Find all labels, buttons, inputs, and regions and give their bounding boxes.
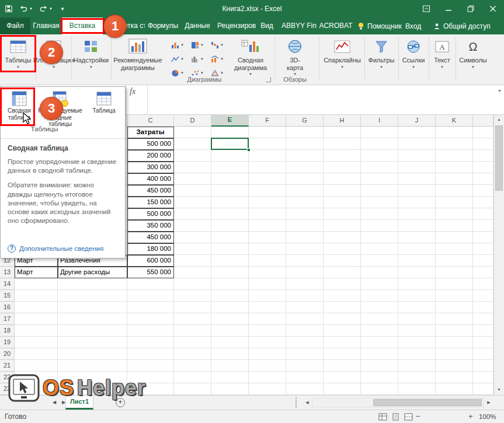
cell-K17[interactable] bbox=[436, 313, 473, 325]
cell-K1[interactable] bbox=[436, 127, 473, 138]
cell-K12[interactable] bbox=[436, 255, 473, 267]
normal-view-button[interactable] bbox=[377, 412, 388, 421]
cell-X19[interactable] bbox=[473, 337, 493, 348]
charts-dialog-launcher[interactable] bbox=[266, 77, 271, 82]
cell-G14[interactable] bbox=[286, 278, 324, 290]
cell-E3[interactable] bbox=[211, 150, 249, 162]
insert-combo-chart-button[interactable]: ▼ bbox=[208, 53, 227, 65]
cell-X18[interactable] bbox=[473, 325, 493, 337]
cell-K6[interactable] bbox=[436, 185, 473, 197]
cell-X10[interactable] bbox=[473, 232, 493, 243]
cell-G22[interactable] bbox=[286, 372, 324, 383]
cell-D2[interactable] bbox=[174, 138, 211, 150]
column-header-F[interactable]: F bbox=[249, 115, 286, 127]
cell-X7[interactable] bbox=[473, 197, 493, 208]
vertical-scrollbar[interactable]: ▲ ▼ bbox=[493, 115, 504, 395]
cell-C17[interactable] bbox=[127, 313, 174, 325]
cell-E20[interactable] bbox=[211, 348, 249, 360]
cell-C1[interactable]: Затраты bbox=[127, 127, 174, 138]
cell-G11[interactable] bbox=[286, 243, 324, 255]
tab-insert[interactable]: Вставка bbox=[62, 18, 103, 34]
cell-D19[interactable] bbox=[174, 337, 211, 348]
cell-B18[interactable] bbox=[58, 325, 127, 337]
cell-F14[interactable] bbox=[249, 278, 286, 290]
cell-H12[interactable] bbox=[324, 255, 361, 267]
cell-G5[interactable] bbox=[286, 173, 324, 185]
cell-E18[interactable] bbox=[211, 325, 249, 337]
cell-J16[interactable] bbox=[398, 302, 436, 313]
cell-C4[interactable]: 300 000 bbox=[127, 162, 174, 173]
cell-H2[interactable] bbox=[324, 138, 361, 150]
cell-C10[interactable]: 450 000 bbox=[127, 232, 174, 243]
cell-F19[interactable] bbox=[249, 337, 286, 348]
cell-H19[interactable] bbox=[324, 337, 361, 348]
cell-H3[interactable] bbox=[324, 150, 361, 162]
sparklines-group-button[interactable]: Спарклайны ▼ bbox=[321, 36, 363, 83]
restore-button[interactable] bbox=[460, 0, 482, 18]
cell-K23[interactable] bbox=[436, 383, 473, 395]
addins-group-button[interactable]: Надстройки ▼ bbox=[72, 36, 110, 83]
cell-F6[interactable] bbox=[249, 185, 286, 197]
cell-F9[interactable] bbox=[249, 220, 286, 232]
cell-I14[interactable] bbox=[361, 278, 398, 290]
cell-G6[interactable] bbox=[286, 185, 324, 197]
cell-F20[interactable] bbox=[249, 348, 286, 360]
cell-K19[interactable] bbox=[436, 337, 473, 348]
cell-K20[interactable] bbox=[436, 348, 473, 360]
cell-J19[interactable] bbox=[398, 337, 436, 348]
tables-group-button[interactable]: Таблицы ▼ bbox=[1, 36, 35, 83]
tab-file[interactable]: Файл bbox=[0, 18, 30, 34]
recommended-charts-button[interactable]: Рекомендуемые диаграммы bbox=[112, 36, 164, 83]
cell-X6[interactable] bbox=[473, 185, 493, 197]
text-group-button[interactable]: A Текст ▼ bbox=[430, 36, 454, 83]
cell-D11[interactable] bbox=[174, 243, 211, 255]
cell-I1[interactable] bbox=[361, 127, 398, 138]
cell-K14[interactable] bbox=[436, 278, 473, 290]
cell-J8[interactable] bbox=[398, 208, 436, 220]
cell-C20[interactable] bbox=[127, 348, 174, 360]
cell-C5[interactable]: 400 000 bbox=[127, 173, 174, 185]
cell-B14[interactable] bbox=[58, 278, 127, 290]
cell-C9[interactable]: 350 000 bbox=[127, 220, 174, 232]
cell-F3[interactable] bbox=[249, 150, 286, 162]
cell-C7[interactable]: 150 000 bbox=[127, 197, 174, 208]
cell-X9[interactable] bbox=[473, 220, 493, 232]
cell-K11[interactable] bbox=[436, 243, 473, 255]
cell-H5[interactable] bbox=[324, 173, 361, 185]
cell-J20[interactable] bbox=[398, 348, 436, 360]
cell-F11[interactable] bbox=[249, 243, 286, 255]
cell-K22[interactable] bbox=[436, 372, 473, 383]
cell-K3[interactable] bbox=[436, 150, 473, 162]
cell-F4[interactable] bbox=[249, 162, 286, 173]
vertical-scrollbar-thumb[interactable] bbox=[495, 125, 503, 191]
cell-B19[interactable] bbox=[58, 337, 127, 348]
cell-X21[interactable] bbox=[473, 360, 493, 372]
share-button[interactable]: Общий доступ bbox=[433, 18, 502, 34]
cell-G4[interactable] bbox=[286, 162, 324, 173]
zoom-in-button[interactable]: + bbox=[468, 410, 473, 423]
cell-D14[interactable] bbox=[174, 278, 211, 290]
cell-J18[interactable] bbox=[398, 325, 436, 337]
cell-J2[interactable] bbox=[398, 138, 436, 150]
scroll-left-icon[interactable]: ◀ bbox=[303, 398, 312, 407]
cell-A17[interactable] bbox=[15, 313, 58, 325]
ribbon-display-options-button[interactable] bbox=[415, 0, 437, 18]
row-header-20[interactable]: 20 bbox=[0, 348, 15, 360]
cell-H17[interactable] bbox=[324, 313, 361, 325]
cell-I5[interactable] bbox=[361, 173, 398, 185]
cell-H15[interactable] bbox=[324, 290, 361, 302]
cell-X12[interactable] bbox=[473, 255, 493, 267]
cell-X3[interactable] bbox=[473, 150, 493, 162]
cell-A13[interactable]: Март bbox=[15, 267, 58, 278]
cell-E17[interactable] bbox=[211, 313, 249, 325]
cell-G1[interactable] bbox=[286, 127, 324, 138]
cell-D18[interactable] bbox=[174, 325, 211, 337]
cell-A14[interactable] bbox=[15, 278, 58, 290]
cell-I23[interactable] bbox=[361, 383, 398, 395]
cell-K8[interactable] bbox=[436, 208, 473, 220]
cell-A20[interactable] bbox=[15, 348, 58, 360]
cell-I8[interactable] bbox=[361, 208, 398, 220]
scrollbar-splitter[interactable] bbox=[296, 397, 300, 408]
cell-G20[interactable] bbox=[286, 348, 324, 360]
symbols-group-button[interactable]: Ω Символы ▼ bbox=[457, 36, 489, 83]
